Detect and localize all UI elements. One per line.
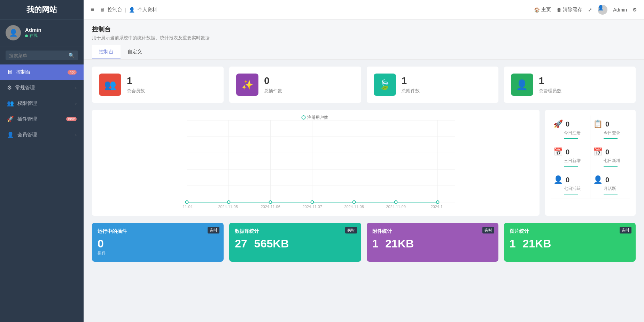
realtime-badge-3: 实时 (620, 227, 631, 233)
sidebar-item-label: 会员管理 (17, 132, 75, 138)
settings-icon[interactable]: ⚙ (633, 7, 637, 13)
sidebar-item-label: 权限管理 (17, 100, 75, 107)
breadcrumb-icon-profile: 👤 (129, 7, 135, 13)
badge-new: new (66, 117, 77, 121)
7day-active-label: 七日活跃 (564, 186, 587, 192)
3day-label: 三日新增 (564, 158, 587, 164)
home-link[interactable]: 🏠 主页 (534, 7, 551, 13)
topbar: ≡ 🖥 控制台 | 👤 个人资料 🏠 主页 🗑 清除缓存 ⤢ 👤 Admi (84, 0, 644, 20)
home-label: 主页 (541, 7, 551, 13)
divider (604, 166, 618, 167)
stat-num-admins: 1 (539, 75, 561, 86)
sidebar: 我的网站 👤 Admin 在线 🔍 🖥 控制台 hot ⚙ 常规管理 › 👥 权… (0, 0, 84, 322)
svg-text:11-04: 11-04 (183, 205, 193, 209)
svg-point-18 (311, 201, 314, 204)
admin-avatar: 👤 (598, 5, 607, 15)
divider (564, 194, 578, 194)
svg-text:2024-1: 2024-1 (431, 205, 443, 209)
tab-dashboard[interactable]: 控制台 (92, 45, 121, 59)
svg-point-20 (395, 201, 397, 204)
bottom-card-plugins-title: 运行中的插件 (98, 228, 218, 235)
stat-icon-plugins: ✨ (236, 74, 258, 96)
3day-num: 0 (566, 148, 569, 156)
chart-card: 注册用户数 11-04 2024-11-05 2024-11-06 20 (92, 110, 540, 216)
topbar-right: 🏠 主页 🗑 清除缓存 ⤢ 👤 Admin ⚙ (534, 5, 637, 15)
svg-text:2024-11-06: 2024-11-06 (261, 205, 280, 209)
chevron-right-icon: › (75, 101, 77, 106)
user-icon: 👤 (7, 131, 14, 138)
breadcrumb: 🖥 控制台 | 👤 个人资料 (100, 7, 157, 13)
bottom-card-db: 数据库统计 实时 27 565KB (229, 223, 361, 262)
rocket-stat-icon: 🚀 (553, 120, 563, 129)
svg-text:2024-11-08: 2024-11-08 (344, 205, 364, 209)
breadcrumb-profile[interactable]: 个人资料 (138, 7, 157, 13)
7day-num: 0 (605, 148, 609, 156)
topbar-left: ≡ 🖥 控制台 | 👤 个人资料 (91, 6, 527, 13)
bottom-num-0: 0 (98, 237, 106, 250)
sidebar-item-permission[interactable]: 👥 权限管理 › (0, 95, 84, 111)
search-input[interactable] (9, 53, 69, 58)
7day-stat-icon: 📅 (593, 147, 603, 156)
bottom-num-3b: 21KB (523, 237, 551, 250)
stat-label-admins: 总管理员数 (539, 88, 561, 94)
bottom-nums-3: 1 21KB (510, 237, 630, 250)
svg-text:2024-11-09: 2024-11-09 (386, 205, 406, 209)
today-login-num: 0 (605, 120, 609, 128)
page-header: 控制台 用于展示当前系统中的统计数据、统计报表及重要实时数据 控制台 自定义 (84, 20, 644, 60)
divider (604, 194, 618, 194)
rocket-icon: 🚀 (7, 116, 14, 122)
dashboard-icon: 🖥 (7, 69, 13, 75)
sidebar-item-general[interactable]: ⚙ 常规管理 › (0, 80, 84, 95)
realtime-badge-2: 实时 (482, 227, 494, 233)
monthly-active-icon: 👤 (593, 175, 603, 184)
chevron-right-icon: › (75, 86, 77, 90)
tab-custom[interactable]: 自定义 (121, 45, 149, 59)
search-icon[interactable]: 🔍 (69, 53, 75, 58)
bottom-num-2b: 21KB (385, 237, 414, 250)
gear-icon: ⚙ (7, 84, 12, 91)
trash-icon: 🗑 (557, 7, 561, 13)
stat-info-admins: 1 总管理员数 (539, 75, 561, 94)
side-stats: 🚀 0 今日注册 📋 0 今日登录 (545, 110, 636, 216)
admin-name: Admin (613, 7, 627, 13)
sidebar-item-members[interactable]: 👤 会员管理 › (0, 127, 84, 143)
today-register-label: 今日注册 (564, 130, 587, 136)
hamburger-icon[interactable]: ≡ (91, 6, 94, 13)
divider (564, 138, 578, 139)
stat-icon-admins: 👤 (511, 74, 533, 96)
stat-card-members: 👥 1 总会员数 (92, 67, 224, 103)
breadcrumb-dashboard[interactable]: 控制台 (108, 7, 122, 13)
realtime-badge-1: 实时 (345, 227, 357, 233)
bottom-card-attachments-title: 附件统计 (372, 228, 493, 235)
monthly-active-num: 0 (605, 176, 609, 184)
sidebar-item-label: 常规管理 (15, 85, 75, 91)
stat-label-members: 总会员数 (127, 88, 145, 94)
today-login-label: 今日登录 (604, 130, 627, 136)
bottom-nums-1: 27 565KB (235, 237, 355, 250)
user-status: 在线 (25, 33, 41, 39)
bottom-num-label-0: 插件 (98, 250, 106, 256)
svg-text:2024-11-07: 2024-11-07 (303, 205, 322, 209)
svg-point-15 (186, 201, 188, 204)
side-stat-7day: 📅 0 七日新增 (590, 143, 630, 171)
status-dot (25, 34, 28, 37)
bottom-num-2a: 1 (372, 237, 379, 250)
stat-card-plugins: ✨ 0 总插件数 (229, 67, 361, 103)
sidebar-item-dashboard[interactable]: 🖥 控制台 hot (0, 64, 84, 80)
7day-active-num: 0 (566, 176, 569, 184)
clear-cache-link[interactable]: 🗑 清除缓存 (557, 7, 582, 13)
bottom-num-1b: 565KB (254, 237, 289, 250)
bottom-card-images-title: 图片统计 (510, 228, 630, 235)
fullscreen-link[interactable]: ⤢ (588, 7, 592, 13)
sidebar-item-plugins[interactable]: 🚀 插件管理 new (0, 111, 84, 127)
clear-cache-label: 清除缓存 (563, 7, 582, 13)
svg-text:2024-11-05: 2024-11-05 (218, 205, 238, 209)
stat-num-plugins: 0 (264, 75, 282, 86)
bottom-card-plugins: 运行中的插件 实时 0 插件 (92, 223, 224, 262)
sidebar-item-label: 控制台 (16, 69, 66, 75)
search-box[interactable]: 🔍 (6, 51, 78, 60)
page-title: 控制台 (92, 25, 636, 33)
page-subtitle: 用于展示当前系统中的统计数据、统计报表及重要实时数据 (92, 35, 636, 41)
bottom-num-3a: 1 (510, 237, 516, 250)
7day-label: 七日新增 (604, 158, 627, 164)
